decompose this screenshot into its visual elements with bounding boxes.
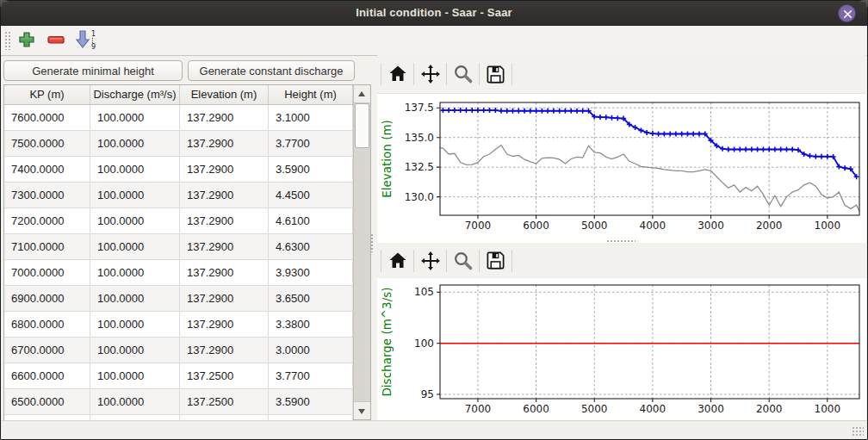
zoom-button[interactable] [448, 60, 478, 88]
panel-splitter-handle[interactable] [370, 233, 375, 252]
pan-button[interactable] [415, 60, 445, 88]
table-cell[interactable]: 4.6300 [269, 234, 353, 259]
table-cell[interactable]: 3.5900 [269, 157, 353, 182]
table-cell[interactable]: 137.2900 [180, 286, 269, 311]
discharge-chart[interactable]: 700060005000400030002000100095100105Disc… [377, 278, 866, 421]
table-cell[interactable]: 6700.0000 [4, 338, 90, 363]
column-header-discharge[interactable]: Discharge (m³/s) [90, 85, 180, 104]
table-cell[interactable]: 3.6500 [269, 286, 353, 311]
table-cell[interactable]: 7200.0000 [4, 208, 90, 233]
table-cell[interactable]: 137.2900 [180, 234, 269, 259]
generate-constant-discharge-button[interactable]: Generate constant discharge [188, 60, 355, 81]
save-button[interactable] [480, 60, 511, 88]
table-cell[interactable]: 6800.0000 [4, 312, 90, 337]
add-row-button[interactable] [15, 28, 39, 53]
table-cell[interactable]: 100.0000 [90, 131, 180, 156]
table-cell[interactable]: 137.2900 [180, 157, 269, 182]
table-row[interactable]: 7400.0000100.0000137.29003.5900 [4, 157, 353, 183]
resize-grip[interactable] [852, 426, 864, 437]
save-floppy-icon [486, 65, 505, 84]
table-row[interactable]: 6500.0000100.0000137.25003.5900 [4, 389, 353, 415]
home-button[interactable] [382, 60, 412, 88]
table-cell[interactable]: 3.0000 [269, 338, 353, 363]
table-cell[interactable]: 137.2500 [180, 389, 269, 414]
table-cell[interactable]: 100.0000 [90, 363, 180, 388]
table-cell[interactable]: 100.0000 [90, 234, 180, 259]
scroll-up-button[interactable] [354, 85, 370, 103]
column-header-kp[interactable]: KP (m) [4, 85, 90, 104]
table-cell[interactable]: 137.2900 [180, 183, 269, 208]
table-row[interactable]: 7100.0000100.0000137.29004.6300 [4, 234, 353, 260]
table-cell[interactable]: 7500.0000 [4, 131, 90, 156]
table-cell[interactable]: 137.2500 [180, 363, 269, 388]
table-cell[interactable]: 100.0000 [90, 389, 180, 414]
table-cell[interactable]: 6900.0000 [4, 286, 90, 311]
svg-text:3000: 3000 [698, 403, 724, 415]
table-row[interactable]: 6800.0000100.0000137.29003.3800 [4, 312, 353, 338]
scrollbar-thumb[interactable] [355, 103, 369, 148]
scroll-down-button[interactable] [354, 401, 370, 419]
table-cell[interactable]: 3.7700 [269, 363, 353, 388]
status-bar [1, 420, 867, 439]
table-cell[interactable]: 3.3800 [269, 312, 353, 337]
table-cell[interactable]: 100.0000 [90, 208, 180, 233]
table-cell[interactable]: 100.0000 [90, 312, 180, 337]
close-button[interactable] [838, 4, 856, 22]
add-icon [18, 31, 35, 48]
table-cell[interactable]: 137.2900 [180, 131, 269, 156]
save-button[interactable] [480, 247, 511, 275]
svg-text:9: 9 [91, 43, 96, 50]
table-row[interactable]: 7300.0000100.0000137.29004.4500 [4, 183, 353, 208]
table-cell[interactable]: 137.2900 [180, 208, 269, 233]
table-header: KP (m) Discharge (m³/s) Elevation (m) He… [4, 85, 353, 105]
table-cell[interactable]: 3.1000 [269, 105, 353, 130]
column-header-height[interactable]: Height (m) [269, 85, 353, 104]
table-row[interactable]: 6600.0000100.0000137.25003.7700 [4, 363, 353, 389]
table-cell[interactable]: 7300.0000 [4, 183, 90, 208]
home-icon [388, 251, 408, 271]
generate-minimal-height-button[interactable]: Generate minimal height [3, 60, 183, 81]
table-cell[interactable]: 7100.0000 [4, 234, 90, 259]
table-cell[interactable]: 7000.0000 [4, 260, 90, 285]
svg-text:7000: 7000 [465, 403, 492, 415]
table-row[interactable]: 7000.0000100.0000137.29003.9300 [4, 260, 353, 286]
titlebar[interactable]: Initial condition - Saar - Saar [1, 1, 867, 27]
table-row[interactable]: 6700.0000100.0000137.29003.0000 [4, 338, 353, 363]
sort-rows-button[interactable]: 1 9 [71, 28, 99, 53]
pan-button[interactable] [415, 247, 445, 275]
table-cell[interactable]: 4.4500 [269, 183, 353, 208]
toolbar-drag-handle[interactable] [4, 31, 10, 50]
table-cell[interactable]: 137.2900 [180, 312, 269, 337]
zoom-button[interactable] [448, 247, 478, 275]
table-cell[interactable]: 100.0000 [90, 260, 180, 285]
table-cell[interactable]: 100.0000 [90, 183, 180, 208]
plot-toolbar-elevation [377, 55, 866, 94]
table-cell[interactable]: 4.6100 [269, 208, 353, 233]
remove-row-button[interactable] [44, 28, 68, 53]
table-cell[interactable]: 7600.0000 [4, 105, 90, 130]
table-scrollbar[interactable] [353, 85, 370, 419]
table-cell[interactable]: 6500.0000 [4, 389, 90, 414]
column-header-elevation[interactable]: Elevation (m) [180, 85, 269, 104]
table-cell[interactable]: 3.7700 [269, 131, 353, 156]
table-cell[interactable]: 137.2900 [180, 338, 269, 363]
table-cell[interactable]: 6600.0000 [4, 363, 90, 388]
svg-text:Discharge (m^3/s): Discharge (m^3/s) [380, 287, 394, 396]
table-cell[interactable]: 7400.0000 [4, 157, 90, 182]
table-cell[interactable]: 3.9300 [269, 260, 353, 285]
table-cell[interactable]: 137.2900 [180, 105, 269, 130]
table-row[interactable]: 7600.0000100.0000137.29003.1000 [4, 105, 353, 131]
svg-text:1: 1 [91, 30, 96, 38]
elevation-chart[interactable]: 7000600050004000300020001000130.0132.513… [377, 96, 866, 243]
table-cell[interactable]: 100.0000 [90, 338, 180, 363]
table-row[interactable]: 6900.0000100.0000137.29003.6500 [4, 286, 353, 312]
table-cell[interactable]: 3.5900 [269, 389, 353, 414]
table-row[interactable]: 7500.0000100.0000137.29003.7700 [4, 131, 353, 157]
home-button[interactable] [382, 247, 412, 275]
table-row[interactable]: 7200.0000100.0000137.29004.6100 [4, 208, 353, 234]
table-cell[interactable]: 100.0000 [90, 286, 180, 311]
table-cell[interactable]: 137.2900 [180, 260, 269, 285]
table-cell[interactable]: 100.0000 [90, 157, 180, 182]
table-cell[interactable]: 100.0000 [90, 105, 180, 130]
svg-text:1000: 1000 [815, 220, 841, 232]
